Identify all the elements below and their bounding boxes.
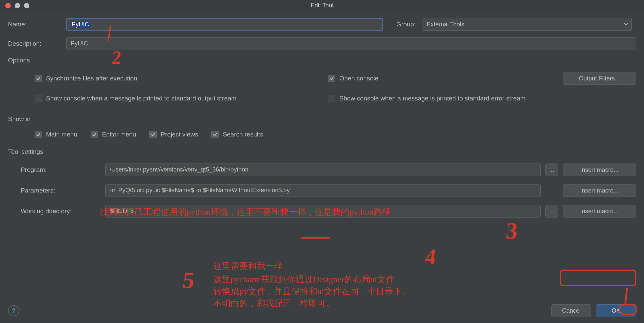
ellipsis-icon: ... (549, 167, 554, 174)
editor-menu-label: Editor menu (102, 131, 136, 138)
name-group-row: Name: PyUIC Group: External Tools (8, 18, 636, 31)
options-row-1: Synchronize files after execution Open c… (8, 72, 636, 85)
sync-files-label: Synchronize files after execution (46, 75, 137, 82)
description-input-value: PyUIC (71, 40, 88, 47)
parameters-row: Parameters: -m PyQt5.uic.pyuic $FileName… (8, 184, 636, 197)
checkbox-icon (35, 131, 42, 138)
name-input[interactable]: PyUIC (66, 18, 383, 31)
options-row-2: Show console when a message is printed t… (8, 95, 636, 102)
program-label: Program: (21, 166, 101, 174)
group-combo[interactable]: External Tools (422, 18, 632, 31)
open-console-label: Open console (339, 75, 378, 82)
workdir-row: Working directory: $FileDir$ ... Insert … (8, 205, 636, 218)
workdir-insert-macro-button[interactable]: Insert macro... (563, 205, 636, 218)
program-row: Program: /Users/inke/.pyenv/versions/ven… (8, 164, 636, 176)
main-menu-checkbox[interactable]: Main menu (35, 131, 77, 138)
search-results-checkbox[interactable]: Search results (211, 131, 263, 138)
show-in-heading: Show in (8, 115, 636, 123)
workdir-input-value: $FileDir$ (110, 208, 134, 214)
workdir-input[interactable]: $FileDir$ (105, 205, 541, 218)
checkbox-icon (91, 131, 98, 138)
annotation-box-insert-macro (560, 270, 636, 286)
group-combo-value: External Tools (422, 21, 620, 28)
insert-macro-label: Insert macro... (580, 167, 618, 174)
ok-label: OK (612, 307, 620, 314)
open-console-checkbox[interactable]: Open console (328, 75, 563, 82)
stdout-checkbox[interactable]: Show console when a message is printed t… (35, 95, 328, 102)
insert-macro-label: Insert macro... (580, 208, 618, 215)
name-input-value: PyUIC (71, 21, 90, 28)
parameters-insert-macro-button[interactable]: Insert macro... (563, 184, 636, 197)
cancel-button[interactable]: Cancel (551, 304, 591, 317)
show-in-row: Main menu Editor menu Project views Sear… (8, 131, 636, 138)
description-row: Description: PyUIC (8, 37, 636, 50)
checkbox-icon (149, 131, 157, 138)
output-filters-button[interactable]: Output Filters... (563, 72, 636, 85)
stderr-checkbox[interactable]: Show console when a message is printed t… (328, 95, 526, 102)
chevron-down-icon[interactable] (620, 18, 631, 30)
help-icon: ? (12, 307, 16, 315)
checkbox-icon (35, 95, 42, 102)
ellipsis-icon: ... (549, 208, 554, 215)
sync-files-checkbox[interactable]: Synchronize files after execution (35, 75, 328, 82)
workdir-browse-button[interactable]: ... (545, 205, 558, 218)
output-filters-label: Output Filters... (579, 75, 620, 82)
name-label: Name: (8, 21, 66, 28)
stderr-label: Show console when a message is printed t… (339, 95, 526, 102)
annotation-underline-python (301, 237, 330, 239)
program-input[interactable]: /Users/inke/.pyenv/versions/venv_qt5_36/… (105, 164, 541, 176)
program-browse-button[interactable]: ... (545, 164, 558, 176)
stdout-label: Show console when a message is printed t… (46, 95, 236, 102)
annotation-arrow-down (624, 288, 628, 304)
annotation-text-3: 这里pycharm获取到你通过Designer的布局ui文件 (213, 274, 394, 285)
editor-menu-checkbox[interactable]: Editor menu (91, 131, 136, 138)
project-views-label: Project views (161, 131, 198, 138)
program-insert-macro-button[interactable]: Insert macro... (563, 164, 636, 176)
annotation-text-4: 转换成py文件，并且保持和ui文件在同一个目录下。 (213, 286, 411, 297)
workdir-label: Working directory: (21, 208, 101, 215)
group-label: Group: (396, 21, 416, 28)
checkbox-icon (35, 75, 42, 82)
project-views-checkbox[interactable]: Project views (149, 131, 198, 138)
checkbox-icon (328, 75, 335, 82)
program-input-value: /Users/inke/.pyenv/versions/venv_qt5_36/… (110, 166, 248, 173)
cancel-label: Cancel (562, 307, 581, 314)
parameters-input-value: -m PyQt5.uic.pyuic $FileName$ -o $FileNa… (110, 187, 290, 194)
checkbox-icon (328, 95, 335, 102)
parameters-label: Parameters: (21, 187, 101, 194)
description-label: Description: (8, 40, 66, 47)
annotation-number-5: 5 (182, 267, 196, 294)
window-title: Edit Tool (0, 2, 644, 9)
options-heading: Options (8, 57, 636, 64)
parameters-input[interactable]: -m PyQt5.uic.pyuic $FileName$ -o $FileNa… (105, 184, 541, 197)
description-input[interactable]: PyUIC (66, 37, 636, 50)
search-results-label: Search results (223, 131, 263, 138)
dialog-footer: ? Cancel OK (8, 304, 636, 317)
main-menu-label: Main menu (46, 131, 77, 138)
ok-button[interactable]: OK (596, 304, 636, 317)
help-button[interactable]: ? (8, 305, 19, 316)
title-bar: Edit Tool (0, 0, 644, 11)
annotation-text-2: 这里需要和我一样 (213, 260, 283, 272)
checkbox-icon (211, 131, 219, 138)
insert-macro-label: Insert macro... (580, 187, 618, 194)
tool-settings-heading: Tool settings (8, 148, 636, 155)
annotation-number-4: 4 (424, 244, 437, 269)
